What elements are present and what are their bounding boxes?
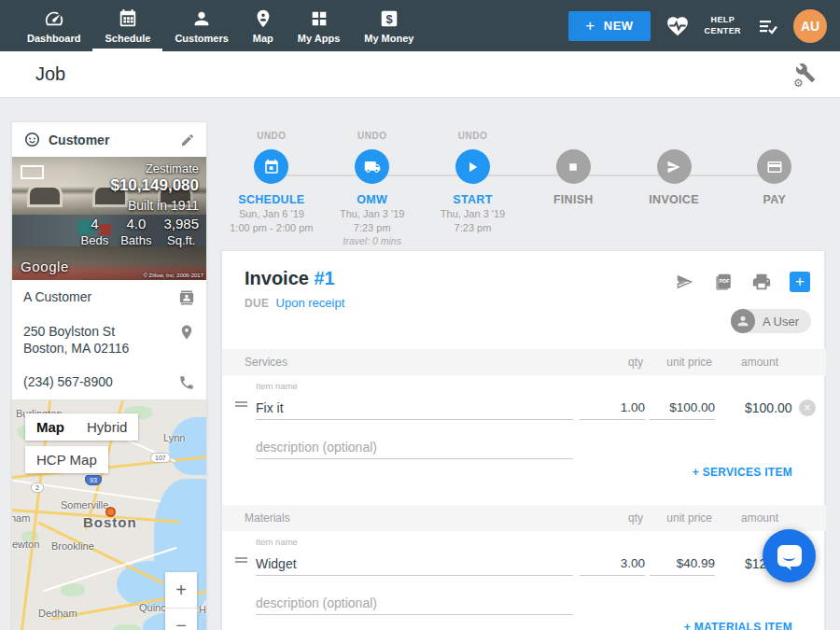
route-shield-107: 107	[150, 453, 171, 463]
item-name-label: Item name	[256, 381, 298, 391]
omw-step-button[interactable]	[355, 149, 389, 184]
nav-my-apps-label: My Apps	[298, 33, 340, 44]
material-unit-price-input[interactable]	[650, 552, 715, 576]
invoice-card: Invoice #1 PDF + DUE Upon receipt A User…	[221, 250, 825, 630]
nav-map[interactable]: Map	[241, 0, 286, 51]
add-services-item-link[interactable]: + SERVICES ITEM	[693, 466, 792, 479]
timeline-step-invoice: INVOICE	[623, 131, 724, 246]
timeline-step-schedule: UNDO SCHEDULE Sun, Jan 6 '19 1:00 pm - 2…	[221, 131, 322, 246]
pay-step-button[interactable]	[757, 149, 791, 184]
send-invoice-button[interactable]	[675, 272, 695, 292]
undo-link[interactable]: UNDO	[357, 131, 386, 142]
route-shield-93: 93	[85, 475, 102, 485]
zestimate-label: Zestimate	[146, 161, 199, 175]
property-stats: 4Beds 4.0Baths 3,985Sq.ft.	[81, 216, 199, 247]
drag-handle[interactable]	[235, 399, 247, 409]
map-label: ham	[12, 512, 30, 524]
edit-customer-button[interactable]	[180, 133, 195, 147]
service-unit-price-input[interactable]	[650, 396, 715, 420]
job-location-marker[interactable]	[105, 507, 116, 517]
play-icon	[464, 159, 481, 175]
unit-price-column-header: unit price	[647, 511, 712, 525]
calendar-icon	[263, 159, 280, 175]
nav-customers[interactable]: Customers	[162, 0, 240, 51]
map-type-toggle: Map Hybrid	[25, 413, 138, 441]
finish-step-button[interactable]	[556, 149, 591, 184]
map-label: Lynn	[163, 432, 185, 443]
map-label: Hi	[199, 604, 206, 615]
help-center-link[interactable]: HELPCENTER	[705, 15, 741, 36]
zoom-out-button[interactable]: −	[165, 608, 197, 630]
drag-handle[interactable]	[235, 555, 247, 565]
map-card: Burlington Lynn Somerville Boston ham Ne…	[11, 399, 207, 630]
qty-column-header: qty	[578, 511, 643, 525]
service-name-input[interactable]	[256, 396, 573, 420]
add-materials-item-link[interactable]: + MATERIALS ITEM	[684, 621, 792, 630]
map-type-hybrid-button[interactable]: Hybrid	[76, 413, 138, 441]
material-item-row: Item name $122.97	[222, 531, 826, 587]
service-amount: $100.00	[745, 400, 792, 415]
zoom-in-button[interactable]: +	[165, 572, 197, 608]
customer-phone-row[interactable]: (234) 567-8900	[12, 365, 206, 399]
user-avatar[interactable]: AU	[793, 9, 827, 43]
google-logo: Google	[21, 259, 69, 274]
start-step-button[interactable]	[455, 149, 490, 184]
address-line2: Boston, MA 02116	[23, 341, 129, 356]
undo-link[interactable]: UNDO	[458, 131, 487, 142]
service-item-row: Item name $100.00 ×	[222, 375, 826, 431]
chat-launcher-button[interactable]	[763, 529, 816, 582]
nav-my-money[interactable]: $ My Money	[352, 0, 426, 51]
hcp-map-button[interactable]: HCP Map	[25, 446, 108, 473]
material-description-input[interactable]	[256, 591, 573, 615]
service-description-input[interactable]	[256, 435, 573, 459]
nav-dashboard-label: Dashboard	[27, 33, 80, 44]
material-name-input[interactable]	[256, 552, 573, 576]
assignee-chip[interactable]: A User	[731, 309, 811, 333]
map-label: Newton	[12, 539, 39, 550]
chat-bubble-icon	[777, 545, 802, 567]
job-settings-button[interactable]: ⚙	[795, 63, 819, 87]
map-pin-icon	[253, 8, 273, 29]
due-value-link[interactable]: Upon receipt	[276, 296, 345, 310]
page-header: Job ⚙	[0, 51, 840, 98]
customer-name-row[interactable]: A Customer	[12, 280, 206, 315]
activity-checklist-icon[interactable]	[756, 15, 778, 37]
customer-card: Customer Zestimate $10,149,080 Built in …	[11, 121, 207, 439]
add-invoice-button[interactable]: +	[790, 272, 810, 292]
customer-address-row[interactable]: 250 Boylston StBoston, MA 02116	[12, 315, 206, 365]
map-zoom-control: + −	[165, 572, 197, 630]
pdf-button[interactable]: PDF	[713, 272, 734, 292]
service-qty-input[interactable]	[580, 396, 645, 420]
map-canvas[interactable]: Burlington Lynn Somerville Boston ham Ne…	[12, 400, 206, 630]
streetview-icon[interactable]	[21, 165, 44, 179]
nav-schedule[interactable]: Schedule	[92, 0, 162, 51]
due-label: DUE	[245, 297, 269, 310]
timeline-step-omw: UNDO OMW Thu, Jan 3 '19 7:23 pm travel: …	[322, 131, 423, 246]
nav-right-cluster: +NEW HELPCENTER AU	[568, 0, 840, 51]
calendar-icon	[118, 8, 138, 29]
photo-window	[27, 185, 63, 207]
invoice-step-button[interactable]	[657, 149, 692, 184]
nav-dashboard[interactable]: Dashboard	[15, 0, 92, 51]
invoice-number[interactable]: #1	[314, 268, 334, 288]
undo-link[interactable]: UNDO	[257, 131, 286, 142]
gear-icon: ⚙	[793, 77, 804, 90]
schedule-step-button[interactable]	[254, 149, 288, 184]
contact-card-icon	[178, 289, 195, 306]
amount-column-header: amount	[713, 511, 778, 525]
map-type-map-button[interactable]: Map	[25, 413, 76, 441]
face-icon	[23, 131, 41, 148]
nav-customers-label: Customers	[175, 33, 228, 44]
health-heart-icon[interactable]	[665, 14, 690, 38]
delete-item-button[interactable]: ×	[799, 399, 816, 416]
map-label: Dedham	[38, 608, 77, 619]
property-photo[interactable]: Zestimate $10,149,080 Built in 1911 4Bed…	[12, 157, 206, 280]
new-button[interactable]: +NEW	[568, 11, 650, 41]
nav-my-apps[interactable]: My Apps	[286, 0, 352, 51]
person-icon	[735, 314, 750, 329]
material-qty-input[interactable]	[580, 552, 645, 576]
materials-header-row: Materials qty unit price amount	[222, 505, 826, 531]
timeline-step-pay: PAY	[724, 131, 825, 246]
item-name-label: Item name	[256, 537, 298, 547]
print-button[interactable]	[751, 272, 772, 292]
